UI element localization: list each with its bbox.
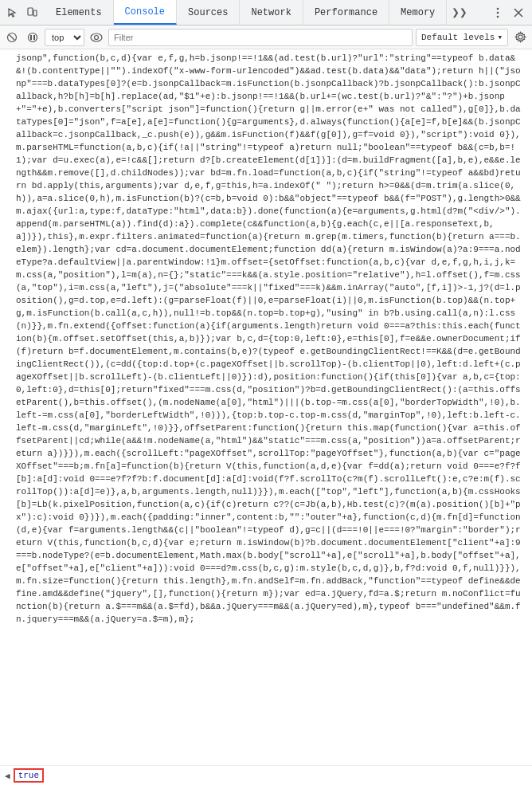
clear-console-btn[interactable] [3, 29, 21, 46]
tab-bar-left [0, 0, 45, 25]
svg-marker-0 [9, 9, 15, 17]
device-toggle-btn[interactable] [24, 5, 40, 21]
svg-rect-12 [33, 35, 35, 40]
tab-sources[interactable]: Sources [177, 0, 240, 25]
context-selector[interactable]: top [45, 29, 84, 46]
settings-btn[interactable] [511, 29, 529, 46]
tab-memory[interactable]: Memory [389, 0, 447, 25]
eye-btn[interactable] [88, 29, 105, 46]
tab-bar-right [484, 0, 532, 25]
tab-console[interactable]: Console [114, 0, 177, 25]
filter-input[interactable] [108, 29, 413, 46]
svg-point-4 [497, 11, 499, 14]
more-tabs-btn[interactable]: ❯❯ [447, 0, 471, 25]
gear-icon [514, 31, 526, 43]
pause-on-exception-btn[interactable] [24, 29, 41, 46]
svg-point-13 [91, 33, 102, 41]
log-levels-btn[interactable]: Default levels ▾ [416, 29, 508, 46]
cursor-icon [7, 7, 18, 18]
vertical-dots-icon [491, 6, 504, 19]
svg-point-15 [518, 35, 522, 39]
eye-icon [90, 33, 103, 42]
result-arrow: ◀ [5, 771, 10, 781]
console-content: jsonp",function(b,c,d){var e,f,g,h=b.jso… [0, 51, 532, 626]
device-icon [26, 7, 37, 18]
close-icon [513, 7, 524, 18]
svg-rect-11 [30, 35, 32, 40]
result-value: true [14, 768, 44, 783]
console-toolbar: top Default levels ▾ [0, 26, 532, 49]
more-options-btn[interactable] [489, 4, 507, 22]
cursor-icon-btn[interactable] [5, 5, 21, 21]
tab-bar: Elements Console Sources Network Perform… [0, 0, 532, 26]
levels-label: Default levels [421, 33, 495, 42]
clear-icon [6, 32, 18, 43]
svg-rect-2 [33, 10, 37, 16]
levels-arrow: ▾ [497, 32, 503, 42]
tabs: Elements Console Sources Network Perform… [45, 0, 472, 25]
console-output[interactable]: jsonp",function(b,c,d){var e,f,g,h=b.jso… [0, 49, 532, 765]
svg-line-9 [10, 34, 15, 40]
devtools-icons [5, 5, 40, 21]
svg-rect-1 [28, 8, 33, 15]
tab-elements[interactable]: Elements [45, 0, 114, 25]
svg-point-14 [95, 35, 99, 39]
tab-performance[interactable]: Performance [303, 0, 389, 25]
svg-point-5 [497, 15, 499, 18]
close-devtools-btn[interactable] [510, 4, 527, 22]
result-line: ◀ true [0, 765, 532, 785]
stop-icon [27, 32, 38, 43]
svg-point-10 [29, 33, 37, 41]
svg-point-3 [497, 7, 499, 10]
tab-network[interactable]: Network [240, 0, 303, 25]
